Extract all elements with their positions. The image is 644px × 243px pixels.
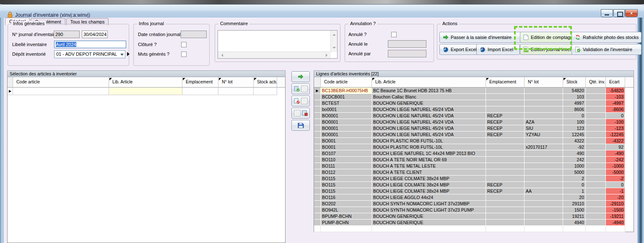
inventory-row[interactable]: BCTESTBOUCHON GENERIQUE4997-4997 [314, 100, 634, 106]
cell-lot[interactable] [525, 163, 563, 169]
cell-emplacement[interactable] [486, 169, 525, 176]
cell-qte-inv[interactable] [586, 144, 606, 150]
cell-qte-inv[interactable] [586, 220, 606, 226]
scroll-right-icon[interactable] [326, 54, 329, 57]
cell-lib[interactable]: BOUCH A TETE METAL LESTE [372, 163, 486, 169]
cell-lib[interactable]: BOUCH A TETE NOIR METAL OR 69 [372, 157, 486, 163]
inventory-row[interactable]: BO116BOUCH LIEGE AGGLO 44x2420-20 [314, 194, 634, 201]
inventory-row[interactable]: BO107BOUCH LIEGE NATUREL 1C 44x24 MBP 20… [314, 150, 634, 157]
header-stock[interactable]: Stock [563, 77, 586, 87]
cell-stock[interactable]: 19211 [563, 213, 586, 220]
cell-lib[interactable]: BOUCHON LIEGE NATUREL 45/24 VDA [372, 106, 486, 113]
cell-stock[interactable]: 242 [563, 157, 586, 163]
cell-ecart[interactable]: -20 [606, 194, 625, 201]
cell-qte-inv[interactable] [586, 88, 606, 94]
cell-lot[interactable] [525, 213, 563, 220]
cell-stock[interactable]: 100 [563, 119, 586, 125]
cell-stock[interactable]: 0 [563, 182, 586, 188]
cell-ecart[interactable]: -490 [606, 150, 625, 157]
rafraichir-stocks-button[interactable]: Rafraîchir photo des stocks [571, 32, 641, 43]
cell-stock[interactable]: 4997 [563, 100, 586, 106]
cell-qte-inv[interactable] [586, 119, 606, 125]
cell-emplacement[interactable] [486, 144, 525, 150]
cell-stock[interactable]: 5000 [563, 169, 586, 176]
empty-row[interactable] [314, 226, 634, 232]
inventory-row[interactable]: BO110BOUCH A TETE NOIR METAL OR 69242-24… [314, 157, 634, 163]
inventory-row[interactable]: BCDCB001Bouchon Callac Blanc103-103 [314, 94, 634, 100]
cell-emplacement[interactable]: RECEP [486, 113, 525, 119]
cell-ecart[interactable]: -29110 [606, 201, 625, 207]
cell-stock[interactable]: 1000 [563, 163, 586, 169]
cell-ecart[interactable]: -1500 [606, 207, 625, 213]
passer-saisie-button[interactable]: Passer à la saisie d'inventaire [439, 32, 523, 43]
cell-ecart[interactable]: -19211 [606, 213, 625, 220]
inventory-row[interactable]: BO115BOUCH LIEGE COLMATE 38x24 MBPRECEPA… [314, 188, 634, 194]
cell-stock[interactable]: 54820 [563, 88, 586, 94]
cell-ecart[interactable]: -123 [606, 125, 625, 132]
cell-ecart[interactable]: -4322 [606, 138, 625, 144]
cell-emplacement[interactable]: RECEP [486, 182, 525, 188]
cell-code[interactable]: BO0001 [321, 113, 372, 119]
cell-code[interactable] [321, 226, 372, 232]
cell-lib[interactable]: BOUCHON GENERIQUE [372, 100, 486, 106]
cell-lib[interactable]: BOUCH SYNTH NOMACORC LIGHT 37x23MBP [372, 201, 486, 207]
cell-lib[interactable]: BOUCH LIEGE COLMATE 38x24 MBP [372, 182, 486, 188]
inventory-row[interactable]: BO112BOUCH A TETE CLIENT5000-5000 [314, 169, 634, 176]
cell-lot[interactable] [525, 138, 563, 144]
cell-lib[interactable]: BOUCH A TETE CLIENT [372, 169, 486, 176]
import-excel-button[interactable]: Import Excel [476, 44, 520, 55]
cell-lib[interactable]: BC Beaune 1C Brunet HDB 2013 75 HB [372, 88, 486, 94]
cell-emplacement[interactable] [486, 150, 525, 157]
cell-lib[interactable]: BOUCH PLASTIC ROB FUT5L-10L [372, 138, 486, 144]
cell-qte-inv[interactable] [586, 194, 606, 201]
move-selected-button[interactable] [291, 71, 310, 82]
cell-emplacement[interactable] [486, 213, 525, 220]
cell-code[interactable]: BO202 [321, 201, 372, 207]
cell-ecart[interactable]: -4940 [606, 220, 625, 226]
cell-qte-inv[interactable] [586, 207, 606, 213]
header-qte-inv[interactable]: Qté. inv. [586, 77, 606, 87]
cell-qte-inv[interactable] [586, 176, 606, 182]
header-emplacement[interactable]: Emplacement [182, 77, 218, 87]
cell-lot[interactable]: YZYAU [525, 132, 563, 138]
cell-code[interactable]: BO115 [321, 182, 372, 188]
minimize-button[interactable] [601, 9, 613, 17]
cell-lot[interactable]: AZA [525, 119, 563, 125]
cell-stock[interactable]: 12245 [563, 132, 586, 138]
cell-code[interactable]: bo0001 [321, 106, 372, 113]
cell-code[interactable]: BO0001 [321, 132, 372, 138]
scroll-up-icon[interactable] [332, 32, 336, 36]
annule-checkbox[interactable] [391, 32, 397, 37]
export-excel-button[interactable]: Export Excel [439, 44, 480, 55]
inventory-row[interactable]: bo0001BOUCHON LIEGE NATUREL 45/24 VDA860… [314, 106, 634, 113]
cell-emplacement[interactable] [486, 176, 525, 182]
cell-code[interactable]: BO116 [321, 194, 372, 201]
cell-lot[interactable] [525, 182, 563, 188]
cell-lib[interactable]: BOUCHON LIEGE NATUREL 45/24 VDA [372, 125, 486, 132]
header-num-lot[interactable]: N° lot [525, 77, 563, 87]
header-code-article[interactable]: Code article [13, 77, 109, 87]
inventory-row[interactable]: BO0001BOUCHON LIEGE NATUREL 45/24 VDAREC… [314, 132, 634, 138]
cell-lot[interactable] [525, 88, 563, 94]
cell-code[interactable]: BO0001 [321, 125, 372, 132]
cell-qte-inv[interactable] [586, 169, 606, 176]
cell-ecart[interactable] [606, 226, 625, 232]
cell-ecart[interactable]: -2 [606, 176, 625, 182]
cell-stock[interactable] [563, 226, 586, 232]
cell-lot[interactable] [218, 88, 254, 95]
inventory-row[interactable]: BO0001BOUCHON LIEGE NATUREL 45/24 VDAREC… [314, 125, 634, 132]
cell-stock[interactable]: 123 [563, 125, 586, 132]
cell-code[interactable]: BO110 [321, 157, 372, 163]
cell-lib[interactable]: BOUCH LIEGE AGGLO 44x24 [372, 194, 486, 201]
header-num-lot[interactable]: N° lot [218, 77, 254, 87]
cell-ecart[interactable]: -5000 [606, 169, 625, 176]
cell-qte-inv[interactable] [586, 188, 606, 194]
cell-emplacement[interactable] [486, 226, 525, 232]
mvts-generes-checkbox[interactable] [181, 52, 187, 57]
cell-stock[interactable]: 103 [563, 94, 586, 100]
cell-code[interactable]: PUMP-BCHN [321, 220, 372, 226]
inventory-row[interactable]: BO942LBOUCH SYNTH NOMACORC LIGHT 37x23 P… [314, 207, 634, 213]
save-button[interactable] [291, 120, 310, 131]
cell-lot[interactable] [525, 157, 563, 163]
cell-ecart[interactable]: 0 [606, 182, 625, 188]
